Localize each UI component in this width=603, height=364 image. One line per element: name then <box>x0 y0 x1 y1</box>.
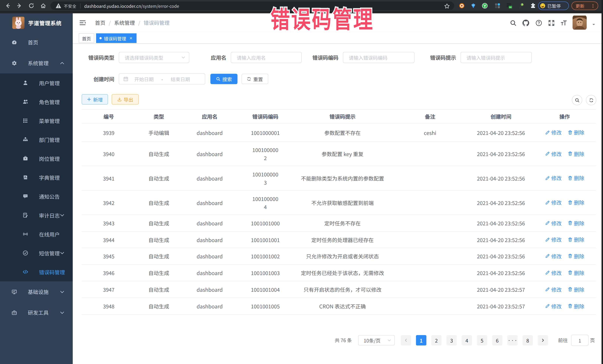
edit-link[interactable]: 修改 <box>545 128 562 137</box>
edit-link[interactable]: 修改 <box>545 252 562 260</box>
font-size-icon[interactable] <box>560 19 567 26</box>
export-button[interactable]: 导出 <box>112 94 139 105</box>
kebab-menu-icon[interactable] <box>591 3 595 8</box>
reset-button[interactable]: 重置 <box>242 74 268 84</box>
sidebar-item-bottom-1[interactable]: 研发工具 <box>0 302 73 323</box>
user-avatar[interactable] <box>573 15 587 30</box>
tab-home[interactable]: 首页 <box>79 33 94 43</box>
table-row[interactable]: 3940自动生成dashboard100100000 2参数配置 key 重复2… <box>82 142 596 166</box>
column-header-7[interactable]: 操作 <box>533 110 596 123</box>
toggle-search-button[interactable] <box>572 95 582 105</box>
column-header-3[interactable]: 错误码编码 <box>237 110 293 123</box>
delete-link[interactable]: 删除 <box>568 252 584 260</box>
column-header-0[interactable]: 编号 <box>82 110 136 123</box>
page-button-more[interactable]: ••• <box>507 335 518 345</box>
sidebar-item-0[interactable]: 首页 <box>0 32 73 53</box>
edit-link[interactable]: 修改 <box>545 174 562 182</box>
page-button-1[interactable]: 1 <box>416 335 426 345</box>
sidebar-subitem-1[interactable]: 角色管理 <box>0 92 73 111</box>
error-code-input[interactable]: 请输入错误码编码 <box>343 52 415 63</box>
scrollbar[interactable] <box>602 0 603 364</box>
sidebar-subitem-7[interactable]: 审计日志 <box>0 206 73 225</box>
sidebar-item-1[interactable]: 系统管理 <box>0 53 73 73</box>
edit-link[interactable]: 修改 <box>545 302 562 310</box>
date-range-picker[interactable]: 开始日期-结束日期 <box>119 73 205 85</box>
page-button-2[interactable]: 2 <box>431 335 441 345</box>
table-row[interactable]: 3943自动生成dashboard1001001000定时任务不存在2021-0… <box>82 215 596 232</box>
delete-link[interactable]: 删除 <box>568 174 584 182</box>
table-row[interactable]: 3948自动生成dashboard1001001005CRON 表达式不正确20… <box>82 298 596 315</box>
edit-link[interactable]: 修改 <box>545 269 562 277</box>
browser-forward-button[interactable] <box>16 2 23 9</box>
tab-error-code[interactable]: 错误码管理 <box>96 33 137 43</box>
page-button-5[interactable]: 5 <box>477 335 487 345</box>
column-header-6[interactable]: 创建时间 <box>468 110 533 123</box>
browser-back-button[interactable] <box>4 2 11 9</box>
edit-link[interactable]: 修改 <box>545 236 562 244</box>
sidebar-subitem-4[interactable]: 岗位管理 <box>0 149 73 168</box>
page-button-3[interactable]: 3 <box>446 335 457 345</box>
column-header-2[interactable]: 应用名 <box>182 110 237 123</box>
extension-key-icon[interactable] <box>518 2 524 9</box>
sidebar-subitem-5[interactable]: 字典管理 <box>0 168 73 187</box>
prev-page-button[interactable] <box>401 335 411 345</box>
page-url[interactable]: dashboard.yudao.iocoder.cn/system/error-… <box>84 3 179 9</box>
extension-green-icon[interactable] <box>481 2 488 9</box>
next-page-button[interactable] <box>538 335 548 345</box>
paused-extension-pill[interactable]: 已暂停 <box>538 1 569 10</box>
delete-link[interactable]: 删除 <box>568 302 584 310</box>
edit-link[interactable]: 修改 <box>545 286 562 294</box>
extension-gem-icon[interactable] <box>470 2 476 9</box>
browser-home-button[interactable] <box>40 2 46 9</box>
table-row[interactable]: 3944自动生成dashboard1001001001定时任务的处理器已经存在2… <box>82 232 596 248</box>
delete-link[interactable]: 删除 <box>568 128 584 137</box>
address-bar[interactable]: 不安全dashboard.yudao.iocoder.cn/system/err… <box>50 1 454 10</box>
page-button-4[interactable]: 4 <box>462 335 472 345</box>
breadcrumb-item-1[interactable]: 系统管理 <box>114 19 135 26</box>
sidebar-subitem-3[interactable]: 部门管理 <box>0 130 73 149</box>
extensions-puzzle-icon[interactable] <box>530 2 536 9</box>
sidebar-subitem-10[interactable]: 错误码管理 <box>0 263 73 281</box>
delete-link[interactable]: 删除 <box>568 150 584 158</box>
extension-donut-icon[interactable] <box>458 2 465 9</box>
page-button-6[interactable]: 6 <box>492 335 502 345</box>
table-row[interactable]: 3946自动生成dashboard1001001003定时任务已经处于该状态，无… <box>82 265 596 281</box>
add-button[interactable]: 新增 <box>82 94 108 105</box>
sidebar-subitem-8[interactable]: 在线用户 <box>0 225 73 243</box>
edit-link[interactable]: 修改 <box>545 150 562 158</box>
column-header-1[interactable]: 类型 <box>136 110 182 123</box>
delete-link[interactable]: 删除 <box>568 236 584 244</box>
delete-link[interactable]: 删除 <box>568 269 584 277</box>
delete-link[interactable]: 删除 <box>568 219 584 227</box>
table-row[interactable]: 3939手动编辑dashboard1001000001参数配置不存在ceshi2… <box>82 123 596 142</box>
sidebar-item-bottom-0[interactable]: 基础设施 <box>0 281 73 302</box>
error-msg-input[interactable]: 请输入错误码提示 <box>461 52 532 63</box>
error-type-select[interactable]: 请选择错误码类型 <box>119 52 189 63</box>
table-row[interactable]: 3942自动生成dashboard100100000 4不允许获取敏感配置到前端… <box>82 190 596 215</box>
sidebar-logo[interactable]: 芋道管理系统 <box>0 13 73 32</box>
refresh-table-button[interactable] <box>586 95 596 105</box>
browser-reload-button[interactable] <box>28 2 35 9</box>
table-row[interactable]: 3945自动生成dashboard1001001002只允许修改为开启或者关闭状… <box>82 248 596 265</box>
edit-link[interactable]: 修改 <box>545 199 562 207</box>
security-chip[interactable]: 不安全 <box>64 3 76 9</box>
column-header-4[interactable]: 错误码提示 <box>293 110 392 123</box>
search-button[interactable]: 搜索 <box>210 74 237 84</box>
app-name-input[interactable]: 请输入应用名 <box>231 52 302 63</box>
page-button-8[interactable]: 8 <box>522 335 533 345</box>
page-size-select[interactable]: 10条/页 <box>358 335 395 345</box>
sidebar-subitem-9[interactable]: 短信管理 <box>0 243 73 263</box>
sidebar-toggle-button[interactable] <box>79 19 86 26</box>
close-icon[interactable] <box>129 36 133 40</box>
sidebar-subitem-2[interactable]: 菜单管理 <box>0 111 73 130</box>
delete-link[interactable]: 删除 <box>568 199 584 207</box>
browser-update-pill[interactable]: 更新 <box>571 1 598 10</box>
help-icon[interactable] <box>535 19 542 26</box>
search-icon[interactable] <box>510 19 517 26</box>
column-header-5[interactable]: 备注 <box>392 110 468 123</box>
table-row[interactable]: 3947自动生成dashboard1001001004只有开启状态的任务，才可以… <box>82 281 596 298</box>
delete-link[interactable]: 删除 <box>568 286 584 294</box>
table-row[interactable]: 3941自动生成dashboard100100000 3不能删除类型为系统内置的… <box>82 166 596 190</box>
breadcrumb-item-0[interactable]: 首页 <box>95 19 105 26</box>
fullscreen-icon[interactable] <box>548 19 555 26</box>
